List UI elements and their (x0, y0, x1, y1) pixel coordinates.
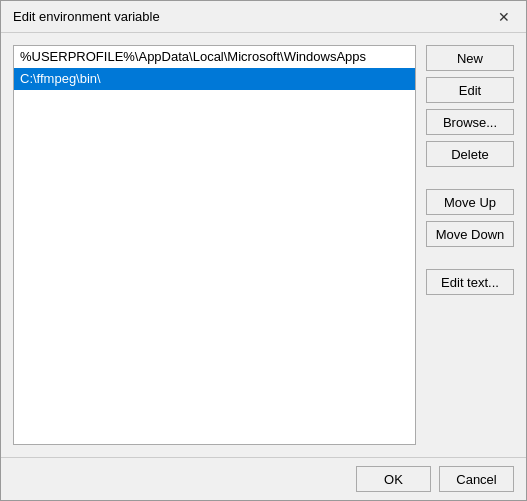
list-item-empty (14, 134, 415, 156)
list-item-empty (14, 200, 415, 222)
move-down-button[interactable]: Move Down (426, 221, 514, 247)
list-item-empty (14, 332, 415, 354)
list-item-empty (14, 376, 415, 398)
dialog: Edit environment variable ✕ %USERPROFILE… (0, 0, 527, 501)
list-panel: %USERPROFILE%\AppData\Local\Microsoft\Wi… (13, 45, 416, 445)
list-item-empty (14, 112, 415, 134)
list-item-empty (14, 178, 415, 200)
list-item-empty (14, 288, 415, 310)
title-bar: Edit environment variable ✕ (1, 1, 526, 33)
list-item-empty (14, 266, 415, 288)
edit-button[interactable]: Edit (426, 77, 514, 103)
new-button[interactable]: New (426, 45, 514, 71)
dialog-content: %USERPROFILE%\AppData\Local\Microsoft\Wi… (1, 33, 526, 457)
list-item-empty (14, 354, 415, 376)
dialog-footer: OK Cancel (1, 457, 526, 500)
list-item-empty (14, 310, 415, 332)
list-item-empty (14, 222, 415, 244)
list-item-empty (14, 156, 415, 178)
close-button[interactable]: ✕ (494, 7, 514, 27)
list-item-empty (14, 90, 415, 112)
path-list[interactable]: %USERPROFILE%\AppData\Local\Microsoft\Wi… (13, 45, 416, 445)
list-item-empty (14, 420, 415, 442)
browse-button[interactable]: Browse... (426, 109, 514, 135)
list-item-empty (14, 398, 415, 420)
delete-button[interactable]: Delete (426, 141, 514, 167)
edit-text-button[interactable]: Edit text... (426, 269, 514, 295)
ok-button[interactable]: OK (356, 466, 431, 492)
list-item-empty (14, 244, 415, 266)
list-item[interactable]: %USERPROFILE%\AppData\Local\Microsoft\Wi… (14, 46, 415, 68)
move-up-button[interactable]: Move Up (426, 189, 514, 215)
list-item[interactable]: C:\ffmpeg\bin\ (14, 68, 415, 90)
dialog-title: Edit environment variable (13, 9, 160, 24)
button-panel: New Edit Browse... Delete Move Up Move D… (426, 45, 514, 445)
cancel-button[interactable]: Cancel (439, 466, 514, 492)
